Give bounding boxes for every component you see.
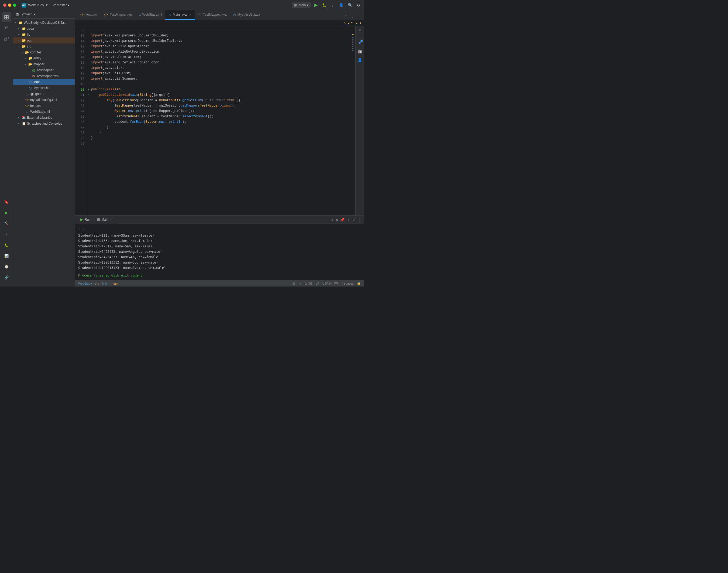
folder-icon: 📁 [21,32,26,37]
right-sidebar-ai2[interactable]: 🤖 [357,48,363,54]
tree-item-lib[interactable]: ▸ 📁 lib [13,32,75,38]
down-arrow-icon[interactable]: ↓ [82,226,84,232]
tree-item-mybatisutil[interactable]: ◎ MybatisUtil [13,85,75,91]
tab-webstudy-iml[interactable]: □ WebStudy.iml [135,10,165,20]
code-line-16: import java.sql.*; [91,65,350,71]
tree-arrow [21,110,25,113]
sidebar-icon-more[interactable]: ··· [2,45,11,54]
app-dropdown-icon[interactable]: ▾ [46,3,48,7]
tree-item-webstudy-iml[interactable]: □ WebStudy.iml [13,109,75,115]
branch-info[interactable]: ⎇ master ▾ [52,3,69,7]
tree-item-external-libs[interactable]: ▸ 📚 External Libraries [13,115,75,120]
folder-icon: 📁 [21,27,26,31]
tree-item-text-xml[interactable]: </> text.xml [13,103,75,109]
scroll-down-button[interactable]: ⤓ [346,217,350,222]
tab-mybatisutil-java[interactable]: ◎ MybatisUtil.java [230,10,264,20]
status-val: ✓ [299,282,302,285]
status-line-ending[interactable]: LF [316,282,319,285]
editor-tabs: </> text.xml </> TestMapper.xml □ WebStu… [75,10,364,20]
right-sidebar-db[interactable]: 🗄 [357,28,363,34]
tab-label: TestMapper.java [203,13,226,16]
console-nav: ↑ ↓ [78,226,361,232]
close-button[interactable] [3,3,6,7]
tab-main-java[interactable]: ◎ Main.java ✕ [165,10,195,20]
tree-item-gitignore[interactable]: ◌ .gitignore [13,91,75,97]
tab-close-button[interactable]: ✕ [188,13,192,16]
run-tab-label: Run [85,218,91,221]
main-tab-close[interactable]: ✕ [110,218,114,221]
bottom-tab-main[interactable]: Main ✕ [94,216,117,224]
tab-testmapper-xml[interactable]: </> TestMapper.xml [101,10,135,20]
code-line-14: import java.io.PrintWriter; [91,54,350,60]
run-config-dropdown[interactable]: Main ▾ [292,2,311,8]
tree-item-scratches[interactable]: ▸ 📋 Scratches and Consoles [13,120,75,126]
sidebar-icon-git[interactable]: 🔗 [2,272,11,282]
tree-item-idea[interactable]: ▸ 📁 .idea [13,25,75,32]
iml-icon: □ [25,109,29,114]
project-header-arrow[interactable]: ▾ [34,13,35,16]
search-button[interactable]: 🔍 [347,2,353,8]
tree-item-root[interactable]: ▾ 📁 WebStudy ~/Desktop/CS/Ja... [13,20,75,25]
bottom-tab-run[interactable]: ▶ Run [77,216,94,224]
status-gear-button[interactable]: ⚙ [291,281,296,286]
warning-down-arrow[interactable]: ▼ [359,21,362,24]
status-lock-icon[interactable]: 🔒 [357,282,361,285]
code-line-23: TestMapper testMapper = sqlSession.getMa… [91,103,350,108]
sidebar-icon-plugins[interactable] [2,34,11,44]
right-sidebar-ai[interactable]: ● [357,39,363,46]
main-tab-label: Main [101,218,108,221]
tree-item-mybatis-config[interactable]: </> mybatis-config.xml [13,97,75,103]
right-sidebar-user[interactable]: 👤 [357,57,363,63]
sidebar-icon-project[interactable] [2,12,11,22]
settings-button[interactable]: ⚙ [356,2,361,8]
warning-up-arrow[interactable]: ▲ [355,21,358,24]
stop-button[interactable]: ■ [335,217,338,222]
svg-rect-0 [5,15,6,17]
pin-button[interactable]: 📌 [339,217,345,222]
code-editor[interactable]: import javax.xml.parsers.DocumentBuilder… [88,27,350,215]
status-line[interactable]: 24:55 [305,282,313,285]
sidebar-icon-version-control[interactable]: ⌚ [2,262,11,271]
tab-text-xml[interactable]: </> text.xml [77,10,101,20]
more-button[interactable]: ⋮ [330,2,335,8]
tabs-scroll-left[interactable]: ⌃ [343,14,348,19]
sidebar-icon-profiler[interactable]: 📊 [2,251,11,261]
run-button[interactable]: ▶ [314,2,318,8]
up-arrow-icon[interactable]: ↑ [78,226,80,232]
sidebar-icon-run[interactable]: ▶ [2,208,11,217]
tree-item-testmapper-java[interactable]: ◎ TestMapper [13,67,75,73]
more-actions-button[interactable]: ⋮ [357,217,362,222]
filter-button[interactable]: ⇅ [352,217,356,222]
sidebar-icon-bookmarks[interactable]: 🔖 [2,197,11,207]
tree-label: WebStudy ~/Desktop/CS/Ja... [24,21,67,24]
sidebar-icon-debug[interactable]: 🐛 [2,240,11,250]
app-name-label: WebStudy [28,3,44,7]
tree-item-src[interactable]: ▾ 📂 src [13,43,75,49]
app-name[interactable]: WS WebStudy ▾ [21,3,48,8]
sidebar-icon-terminal[interactable]: T [2,229,11,239]
tree-item-main[interactable]: ◎ Main [13,79,75,85]
maximize-button[interactable] [13,3,16,7]
status-method: main [112,282,118,285]
tree-item-out[interactable]: ▾ 📂 out [13,38,75,43]
sidebar-icon-vcs[interactable] [2,23,11,33]
code-line-26: student.forEach(System.out::println); [91,119,350,125]
warning-indicator[interactable]: ⚠ ▲ 13 ▲ ▼ [343,21,362,25]
tabs-more[interactable]: ⋮ [356,14,362,19]
restart-button[interactable]: ↺ [330,217,334,222]
tree-item-testmapper-xml[interactable]: </> TestMapper.xml [13,73,75,79]
status-indent[interactable]: 4 spaces [342,282,353,285]
tab-testmapper-java[interactable]: ⓘ TestMapper.java [195,10,230,20]
status-indent-icon: ⌨ [334,282,338,285]
status-encoding[interactable]: UTF-8 [323,282,331,285]
debug-button[interactable]: 🐛 [321,2,327,8]
tabs-scroll-right[interactable]: ⌄ [349,14,355,19]
tree-item-entity[interactable]: ▸ 📁 entity [13,55,75,61]
sidebar-icon-build[interactable]: 🔨 [2,218,11,228]
tree-item-com-test[interactable]: ▾ 📂 com.test [13,49,75,55]
account-button[interactable]: 👤 [338,2,344,8]
tree-item-mapper[interactable]: ▾ 📂 mapper [13,61,75,67]
folder-open-icon: 📂 [21,44,26,49]
project-header[interactable]: Project ▾ [13,10,75,18]
minimize-button[interactable] [8,3,11,7]
